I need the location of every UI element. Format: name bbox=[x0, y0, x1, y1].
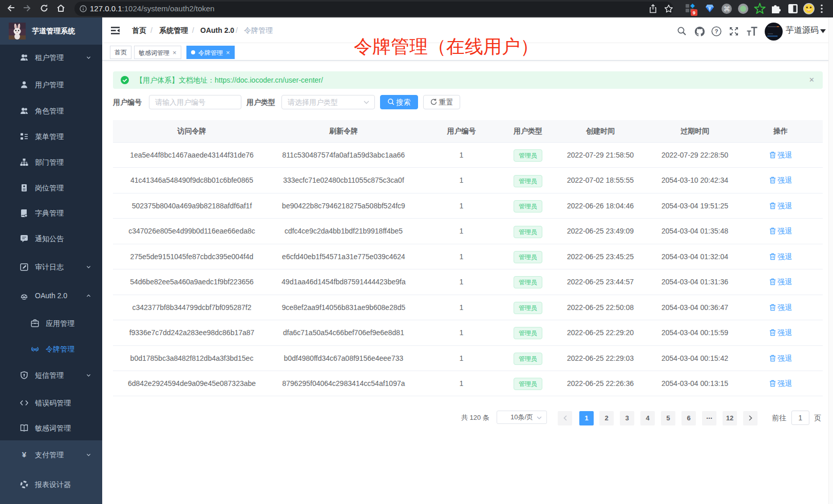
svg-text:⌘: ⌘ bbox=[724, 5, 730, 13]
svg-text:?: ? bbox=[714, 28, 718, 34]
svg-text:(a): (a) bbox=[32, 347, 37, 352]
svg-text:¥: ¥ bbox=[22, 451, 27, 459]
svg-text:9: 9 bbox=[693, 10, 695, 15]
